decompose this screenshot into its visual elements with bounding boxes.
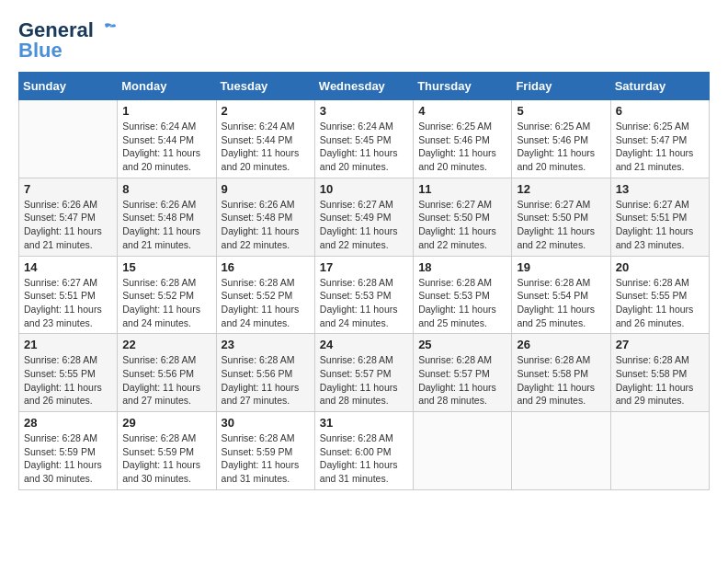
day-number: 30 <box>222 416 310 430</box>
day-info: Sunrise: 6:28 AMSunset: 6:00 PMDaylight:… <box>320 431 408 486</box>
calendar-cell: 29Sunrise: 6:28 AMSunset: 5:59 PMDayligh… <box>118 412 216 490</box>
calendar-cell: 9Sunrise: 6:26 AMSunset: 5:48 PMDaylight… <box>216 178 314 256</box>
header-sunday: Sunday <box>19 73 118 100</box>
day-number: 25 <box>418 338 506 351</box>
calendar-cell: 7Sunrise: 6:26 AMSunset: 5:47 PMDaylight… <box>19 178 118 256</box>
header-friday: Friday <box>512 73 610 100</box>
calendar-cell: 8Sunrise: 6:26 AMSunset: 5:48 PMDaylight… <box>118 178 216 256</box>
day-number: 26 <box>517 338 605 351</box>
day-number: 21 <box>24 338 112 351</box>
logo: General Blue <box>18 18 116 63</box>
header-wednesday: Wednesday <box>314 73 413 100</box>
day-number: 28 <box>24 416 112 430</box>
calendar-cell <box>512 412 610 490</box>
day-info: Sunrise: 6:28 AMSunset: 5:55 PMDaylight:… <box>616 276 704 330</box>
calendar-cell: 4Sunrise: 6:25 AMSunset: 5:46 PMDaylight… <box>414 100 512 178</box>
calendar-table: SundayMondayTuesdayWednesdayThursdayFrid… <box>18 72 710 490</box>
calendar-cell: 1Sunrise: 6:24 AMSunset: 5:44 PMDaylight… <box>118 100 216 178</box>
day-number: 24 <box>320 338 408 351</box>
calendar-cell: 11Sunrise: 6:27 AMSunset: 5:50 PMDayligh… <box>414 178 512 256</box>
day-number: 1 <box>122 104 210 118</box>
day-info: Sunrise: 6:28 AMSunset: 5:59 PMDaylight:… <box>24 431 112 486</box>
day-number: 27 <box>616 338 704 351</box>
page-header: General Blue <box>18 18 710 63</box>
day-info: Sunrise: 6:28 AMSunset: 5:54 PMDaylight:… <box>517 276 605 330</box>
header-tuesday: Tuesday <box>216 73 314 100</box>
calendar-cell: 31Sunrise: 6:28 AMSunset: 6:00 PMDayligh… <box>314 412 413 490</box>
calendar-cell: 27Sunrise: 6:28 AMSunset: 5:58 PMDayligh… <box>610 334 709 412</box>
day-info: Sunrise: 6:28 AMSunset: 5:58 PMDaylight:… <box>517 353 605 408</box>
calendar-cell: 20Sunrise: 6:28 AMSunset: 5:55 PMDayligh… <box>610 256 709 334</box>
logo-bird-icon <box>96 22 116 39</box>
day-number: 3 <box>320 104 408 118</box>
calendar-cell: 13Sunrise: 6:27 AMSunset: 5:51 PMDayligh… <box>610 178 709 256</box>
day-number: 17 <box>320 260 408 274</box>
day-number: 19 <box>517 260 605 274</box>
day-number: 2 <box>222 104 310 118</box>
calendar-week-3: 14Sunrise: 6:27 AMSunset: 5:51 PMDayligh… <box>19 256 710 334</box>
calendar-cell: 2Sunrise: 6:24 AMSunset: 5:44 PMDaylight… <box>216 100 314 178</box>
calendar-cell: 18Sunrise: 6:28 AMSunset: 5:53 PMDayligh… <box>414 256 512 334</box>
day-number: 12 <box>517 182 605 196</box>
calendar-cell: 23Sunrise: 6:28 AMSunset: 5:56 PMDayligh… <box>216 334 314 412</box>
day-number: 20 <box>616 260 704 274</box>
calendar-cell: 12Sunrise: 6:27 AMSunset: 5:50 PMDayligh… <box>512 178 610 256</box>
calendar-cell: 5Sunrise: 6:25 AMSunset: 5:46 PMDaylight… <box>512 100 610 178</box>
calendar-cell: 14Sunrise: 6:27 AMSunset: 5:51 PMDayligh… <box>19 256 118 334</box>
day-info: Sunrise: 6:28 AMSunset: 5:59 PMDaylight:… <box>122 431 210 486</box>
day-info: Sunrise: 6:24 AMSunset: 5:44 PMDaylight:… <box>122 120 210 174</box>
day-info: Sunrise: 6:25 AMSunset: 5:46 PMDaylight:… <box>418 120 506 174</box>
calendar-cell <box>414 412 512 490</box>
calendar-cell <box>19 100 118 178</box>
calendar-cell: 15Sunrise: 6:28 AMSunset: 5:52 PMDayligh… <box>118 256 216 334</box>
day-info: Sunrise: 6:28 AMSunset: 5:56 PMDaylight:… <box>122 353 210 408</box>
day-number: 7 <box>24 182 112 196</box>
calendar-week-5: 28Sunrise: 6:28 AMSunset: 5:59 PMDayligh… <box>19 412 710 490</box>
day-number: 14 <box>24 260 112 274</box>
day-info: Sunrise: 6:24 AMSunset: 5:44 PMDaylight:… <box>222 120 310 174</box>
header-monday: Monday <box>118 73 216 100</box>
day-info: Sunrise: 6:28 AMSunset: 5:52 PMDaylight:… <box>122 276 210 330</box>
day-info: Sunrise: 6:28 AMSunset: 5:55 PMDaylight:… <box>24 353 112 408</box>
day-number: 23 <box>222 338 310 351</box>
day-info: Sunrise: 6:28 AMSunset: 5:52 PMDaylight:… <box>222 276 310 330</box>
day-number: 4 <box>418 104 506 118</box>
calendar-cell: 24Sunrise: 6:28 AMSunset: 5:57 PMDayligh… <box>314 334 413 412</box>
day-info: Sunrise: 6:28 AMSunset: 5:53 PMDaylight:… <box>320 276 408 330</box>
day-info: Sunrise: 6:27 AMSunset: 5:49 PMDaylight:… <box>320 198 408 252</box>
calendar-cell: 26Sunrise: 6:28 AMSunset: 5:58 PMDayligh… <box>512 334 610 412</box>
day-info: Sunrise: 6:28 AMSunset: 5:57 PMDaylight:… <box>418 353 506 408</box>
day-info: Sunrise: 6:26 AMSunset: 5:48 PMDaylight:… <box>122 198 210 252</box>
calendar-cell: 3Sunrise: 6:24 AMSunset: 5:45 PMDaylight… <box>314 100 413 178</box>
calendar-cell: 19Sunrise: 6:28 AMSunset: 5:54 PMDayligh… <box>512 256 610 334</box>
day-number: 6 <box>616 104 704 118</box>
day-info: Sunrise: 6:28 AMSunset: 5:58 PMDaylight:… <box>616 353 704 408</box>
day-number: 13 <box>616 182 704 196</box>
day-info: Sunrise: 6:27 AMSunset: 5:51 PMDaylight:… <box>616 198 704 252</box>
day-number: 29 <box>122 416 210 430</box>
day-number: 5 <box>517 104 605 118</box>
calendar-cell: 28Sunrise: 6:28 AMSunset: 5:59 PMDayligh… <box>19 412 118 490</box>
calendar-cell: 16Sunrise: 6:28 AMSunset: 5:52 PMDayligh… <box>216 256 314 334</box>
day-number: 9 <box>222 182 310 196</box>
day-number: 18 <box>418 260 506 274</box>
calendar-week-2: 7Sunrise: 6:26 AMSunset: 5:47 PMDaylight… <box>19 178 710 256</box>
calendar-cell: 22Sunrise: 6:28 AMSunset: 5:56 PMDayligh… <box>118 334 216 412</box>
calendar-week-4: 21Sunrise: 6:28 AMSunset: 5:55 PMDayligh… <box>19 334 710 412</box>
day-info: Sunrise: 6:27 AMSunset: 5:51 PMDaylight:… <box>24 276 112 330</box>
day-info: Sunrise: 6:24 AMSunset: 5:45 PMDaylight:… <box>320 120 408 174</box>
day-number: 31 <box>320 416 408 430</box>
calendar-cell <box>610 412 709 490</box>
calendar-header-row: SundayMondayTuesdayWednesdayThursdayFrid… <box>19 73 710 100</box>
day-info: Sunrise: 6:28 AMSunset: 5:59 PMDaylight:… <box>222 431 310 486</box>
day-number: 11 <box>418 182 506 196</box>
calendar-cell: 21Sunrise: 6:28 AMSunset: 5:55 PMDayligh… <box>19 334 118 412</box>
day-number: 22 <box>122 338 210 351</box>
day-number: 8 <box>122 182 210 196</box>
calendar-cell: 30Sunrise: 6:28 AMSunset: 5:59 PMDayligh… <box>216 412 314 490</box>
day-info: Sunrise: 6:28 AMSunset: 5:56 PMDaylight:… <box>222 353 310 408</box>
header-saturday: Saturday <box>610 73 709 100</box>
day-info: Sunrise: 6:25 AMSunset: 5:46 PMDaylight:… <box>517 120 605 174</box>
calendar-cell: 6Sunrise: 6:25 AMSunset: 5:47 PMDaylight… <box>610 100 709 178</box>
calendar-cell: 17Sunrise: 6:28 AMSunset: 5:53 PMDayligh… <box>314 256 413 334</box>
